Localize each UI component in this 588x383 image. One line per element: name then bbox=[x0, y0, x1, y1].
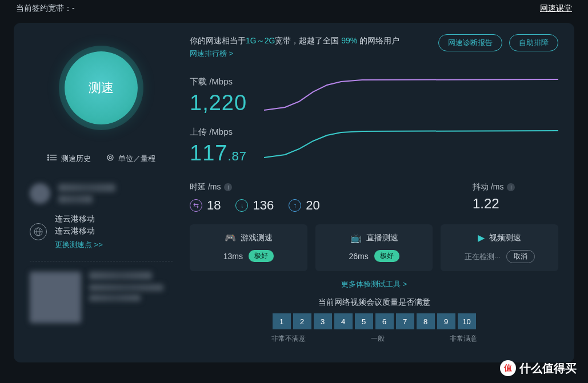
svg-point-4 bbox=[47, 157, 49, 158]
rating-6[interactable]: 6 bbox=[375, 313, 394, 329]
speedtest-button[interactable]: 测速 bbox=[65, 51, 138, 124]
divider bbox=[30, 261, 173, 261]
rating-scale: 12345678910 bbox=[190, 313, 558, 329]
survey-question: 当前网络视频会议质量是否满意 bbox=[190, 297, 558, 308]
redacted-text bbox=[58, 195, 93, 203]
rating-1[interactable]: 1 bbox=[273, 313, 291, 329]
history-link[interactable]: 测速历史 bbox=[47, 153, 91, 164]
rating-8[interactable]: 8 bbox=[417, 313, 435, 329]
isp-line1: 连云港移动 bbox=[55, 213, 103, 225]
watermark: 值 什么值得买 bbox=[500, 360, 577, 376]
rating-label-mid: 一般 bbox=[371, 334, 385, 344]
upload-value: 117.87 bbox=[190, 141, 253, 166]
download-icon: ↓ bbox=[235, 199, 248, 212]
rating-2[interactable]: 2 bbox=[293, 313, 311, 329]
latency-title: 时延 /msi bbox=[190, 182, 320, 192]
upload-icon: ↑ bbox=[289, 199, 301, 212]
game-test-value: 13ms bbox=[223, 252, 243, 261]
redacted-text bbox=[58, 184, 115, 192]
rating-10[interactable]: 10 bbox=[458, 313, 476, 329]
svg-point-6 bbox=[107, 155, 113, 160]
isp-line2: 连云港移动 bbox=[55, 225, 103, 237]
video-test-card: ▶视频测速 正在检测···取消 bbox=[441, 224, 558, 271]
gear-icon bbox=[106, 153, 115, 164]
live-test-value: 26ms bbox=[349, 252, 368, 261]
cancel-button[interactable]: 取消 bbox=[506, 250, 535, 263]
rating-3[interactable]: 3 bbox=[314, 313, 332, 329]
selfhelp-button[interactable]: 自助排障 bbox=[509, 34, 558, 51]
ping-icon: ⇆ bbox=[190, 199, 202, 212]
game-badge: 极好 bbox=[249, 250, 274, 262]
download-value: 1,220 bbox=[190, 91, 253, 115]
jitter-title: 抖动 /msi bbox=[473, 182, 558, 192]
live-test-card: 📺直播测速 26ms极好 bbox=[315, 224, 433, 271]
redacted-text bbox=[89, 284, 163, 291]
rating-5[interactable]: 5 bbox=[355, 313, 373, 329]
watermark-badge-icon: 值 bbox=[500, 360, 516, 376]
redacted-text bbox=[89, 272, 152, 280]
redacted-text bbox=[89, 295, 141, 301]
rating-label-low: 非常不满意 bbox=[271, 334, 306, 344]
ping-latency: ⇆ 18 bbox=[190, 198, 221, 213]
upload-label: 上传 /Mbps bbox=[190, 127, 253, 138]
qr-code bbox=[30, 272, 81, 323]
rating-4[interactable]: 4 bbox=[334, 313, 353, 329]
summary-line: 你的网速相当于1G～2G宽带，超越了全国 99% 的网络用户 bbox=[190, 34, 399, 47]
rank-link[interactable]: 网速排行榜 > bbox=[190, 49, 233, 58]
contract-info: 当前签约宽带：- bbox=[16, 3, 75, 14]
rating-9[interactable]: 9 bbox=[437, 313, 455, 329]
jitter-value: 1.22 bbox=[473, 196, 558, 212]
info-icon[interactable]: i bbox=[507, 183, 515, 191]
diagnosis-button[interactable]: 网速诊断报告 bbox=[438, 34, 502, 51]
classroom-link[interactable]: 网速课堂 bbox=[540, 3, 572, 13]
svg-point-7 bbox=[109, 156, 111, 159]
avatar bbox=[30, 183, 50, 204]
tv-icon: 📺 bbox=[350, 232, 362, 243]
svg-point-3 bbox=[47, 155, 49, 156]
globe-icon bbox=[30, 223, 47, 240]
download-chart bbox=[264, 76, 558, 116]
units-link[interactable]: 单位／量程 bbox=[106, 153, 155, 164]
gamepad-icon: 🎮 bbox=[225, 232, 236, 243]
game-test-card: 🎮游戏测速 13ms极好 bbox=[190, 224, 307, 271]
rating-7[interactable]: 7 bbox=[396, 313, 414, 329]
svg-point-5 bbox=[47, 159, 49, 160]
live-badge: 极好 bbox=[374, 250, 399, 262]
info-icon[interactable]: i bbox=[224, 183, 232, 191]
more-tools-link[interactable]: 更多体验测试工具 > bbox=[190, 279, 558, 289]
download-latency: ↓ 136 bbox=[235, 198, 274, 213]
video-icon: ▶ bbox=[478, 232, 485, 243]
download-label: 下载 /Mbps bbox=[190, 76, 253, 87]
upload-latency: ↑ 20 bbox=[289, 198, 319, 213]
change-node-link[interactable]: 更换测速点 >> bbox=[55, 239, 103, 251]
history-icon bbox=[47, 154, 58, 163]
rating-label-high: 非常满意 bbox=[450, 334, 477, 344]
video-status: 正在检测··· bbox=[465, 252, 501, 262]
upload-chart bbox=[264, 126, 558, 166]
